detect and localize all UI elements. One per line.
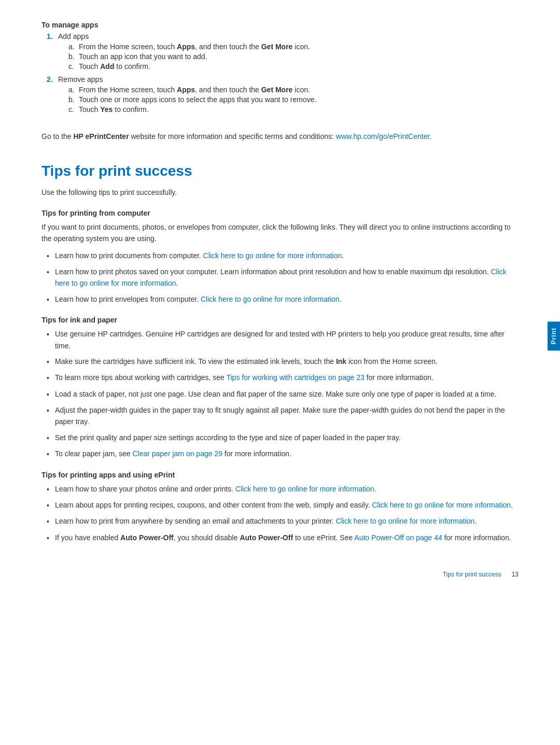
- bullet-eprint-2: • Learn about apps for printing recipes,…: [47, 499, 519, 511]
- bullet-ink-1-text: Use genuine HP cartridges. Genuine HP ca…: [55, 328, 519, 352]
- bullet-eprint-1-text: Learn how to share your photos online an…: [55, 483, 519, 495]
- bullet-dot: •: [47, 293, 51, 305]
- step-2c-text: Touch Yes to confirm.: [79, 105, 149, 114]
- bullet-ink-7: • To clear paper jam, see Clear paper ja…: [47, 448, 519, 460]
- tips-apps-eprint-section: Tips for printing apps and using ePrint …: [41, 471, 519, 544]
- bullet-dot: •: [47, 499, 51, 511]
- step-2a-text: From the Home screen, touch Apps, and th…: [79, 86, 310, 94]
- tips-ink-paper-bullets: • Use genuine HP cartridges. Genuine HP …: [41, 328, 519, 460]
- bullet-dot: •: [47, 432, 51, 444]
- tips-ink-paper-section: Tips for ink and paper • Use genuine HP …: [41, 316, 519, 460]
- bullet-computer-2: • Learn how to print photos saved on you…: [47, 266, 519, 289]
- bullet-eprint-3: • Learn how to print from anywhere by se…: [47, 515, 519, 527]
- footer-title: Tips for print success: [443, 571, 501, 578]
- eprint-link-2[interactable]: Click here to go online for more informa…: [372, 501, 511, 509]
- computer-link-3[interactable]: Click here to go online for more informa…: [201, 295, 340, 303]
- step-2b: b. Touch one or more apps icons to selec…: [68, 95, 519, 104]
- eprint-link-1[interactable]: Click here to go online for more informa…: [235, 485, 374, 493]
- computer-link-1[interactable]: Click here to go online for more informa…: [203, 251, 342, 260]
- bullet-dot: •: [47, 448, 51, 460]
- bullet-ink-3-text: To learn more tips about working with ca…: [55, 372, 519, 384]
- bullet-dot: •: [47, 328, 51, 352]
- bullet-ink-5: • Adjust the paper-width guides in the p…: [47, 404, 519, 428]
- step-2: 2. Remove apps a. From the Home screen, …: [47, 75, 519, 115]
- bullet-computer-1: • Learn how to print documents from comp…: [47, 250, 519, 262]
- page-container: To manage apps 1. Add apps a. From the H…: [0, 0, 560, 594]
- step-1-num: 1.: [47, 32, 55, 72]
- bullet-ink-4-text: Load a stack of paper, not just one page…: [55, 388, 519, 400]
- step-1: 1. Add apps a. From the Home screen, tou…: [47, 32, 519, 72]
- bullet-dot: •: [47, 515, 51, 527]
- ink-link-1[interactable]: Tips for working with cartridges on page…: [226, 373, 364, 382]
- step-2-num: 2.: [47, 75, 55, 115]
- step-1-content: Add apps a. From the Home screen, touch …: [58, 32, 519, 72]
- bullet-computer-3-text: Learn how to print envelopes from comput…: [55, 293, 519, 305]
- bullet-computer-2-text: Learn how to print photos saved on your …: [55, 266, 519, 289]
- manage-apps-title: To manage apps: [41, 21, 519, 29]
- step-1c: c. Touch Add to confirm.: [68, 62, 519, 71]
- hp-eprint-info: Go to the HP ePrintCenter website for mo…: [41, 131, 519, 142]
- tips-ink-paper-heading: Tips for ink and paper: [41, 316, 519, 324]
- numbered-list: 1. Add apps a. From the Home screen, tou…: [41, 32, 519, 115]
- step-1-label: Add apps: [58, 32, 89, 40]
- step-1c-text: Touch Add to confirm.: [79, 62, 150, 71]
- step-2b-text: Touch one or more apps icons to select t…: [79, 95, 316, 104]
- footer-page: 13: [512, 571, 519, 578]
- step-1a: a. From the Home screen, touch Apps, and…: [68, 43, 519, 51]
- tips-computer-intro: If you want to print documents, photos, …: [41, 221, 519, 245]
- bullet-dot: •: [47, 372, 51, 384]
- ink-link-2[interactable]: Clear paper jam on page 29: [132, 449, 222, 458]
- tips-heading: Tips for print success: [41, 163, 519, 179]
- eprint-link-4[interactable]: Auto Power-Off on page 44: [354, 533, 442, 542]
- bullet-dot: •: [47, 532, 51, 544]
- bullet-dot: •: [47, 404, 51, 428]
- bullet-ink-6: • Set the print quality and paper size s…: [47, 432, 519, 444]
- bullet-ink-6-text: Set the print quality and paper size set…: [55, 432, 519, 444]
- bullet-eprint-1: • Learn how to share your photos online …: [47, 483, 519, 495]
- sidebar-tab: Print: [548, 321, 560, 350]
- step-1b: b. Touch an app icon that you want to ad…: [68, 52, 519, 61]
- step-2-alpha-list: a. From the Home screen, touch Apps, and…: [58, 86, 519, 114]
- bullet-ink-5-text: Adjust the paper-width guides in the pap…: [55, 404, 519, 428]
- bullet-computer-3: • Learn how to print envelopes from comp…: [47, 293, 519, 305]
- bullet-ink-7-text: To clear paper jam, see Clear paper jam …: [55, 448, 519, 460]
- step-2c: c. Touch Yes to confirm.: [68, 105, 519, 114]
- bullet-ink-4: • Load a stack of paper, not just one pa…: [47, 388, 519, 400]
- step-1-alpha-list: a. From the Home screen, touch Apps, and…: [58, 43, 519, 71]
- tips-computer-section: Tips for printing from computer If you w…: [41, 209, 519, 305]
- manage-apps-section: To manage apps 1. Add apps a. From the H…: [41, 21, 519, 115]
- bullet-ink-2-text: Make sure the cartridges have sufficient…: [55, 356, 519, 368]
- hp-eprint-link[interactable]: www.hp.com/go/ePrintCenter: [336, 132, 430, 140]
- tips-apps-eprint-heading: Tips for printing apps and using ePrint: [41, 471, 519, 479]
- bullet-dot: •: [47, 388, 51, 400]
- step-1b-text: Touch an app icon that you want to add.: [79, 52, 207, 61]
- hp-eprint-bold: HP ePrintCenter: [73, 132, 129, 140]
- step-1a-label: a.: [68, 43, 76, 51]
- sidebar-label: Print: [550, 328, 557, 344]
- step-2-content: Remove apps a. From the Home screen, tou…: [58, 75, 519, 115]
- computer-link-2[interactable]: Click here to go online for more informa…: [55, 268, 507, 287]
- bullet-eprint-4: • If you have enabled Auto Power-Off, yo…: [47, 532, 519, 544]
- step-2a-label: a.: [68, 86, 76, 94]
- eprint-link-3[interactable]: Click here to go online for more informa…: [336, 517, 475, 525]
- bullet-eprint-4-text: If you have enabled Auto Power-Off, you …: [55, 532, 519, 544]
- bullet-dot: •: [47, 356, 51, 368]
- step-1a-text: From the Home screen, touch Apps, and th…: [79, 43, 310, 51]
- step-1c-label: c.: [68, 62, 76, 71]
- bullet-ink-3: • To learn more tips about working with …: [47, 372, 519, 384]
- step-2a: a. From the Home screen, touch Apps, and…: [68, 86, 519, 94]
- bullet-computer-1-text: Learn how to print documents from comput…: [55, 250, 519, 262]
- step-1b-label: b.: [68, 52, 76, 61]
- tips-intro: Use the following tips to print successf…: [41, 187, 519, 198]
- step-2c-label: c.: [68, 105, 76, 114]
- tips-apps-eprint-bullets: • Learn how to share your photos online …: [41, 483, 519, 544]
- bullet-dot: •: [47, 266, 51, 289]
- tips-computer-bullets: • Learn how to print documents from comp…: [41, 250, 519, 306]
- step-2-label: Remove apps: [58, 75, 103, 83]
- bullet-dot: •: [47, 250, 51, 262]
- step-2b-label: b.: [68, 95, 76, 104]
- bullet-eprint-3-text: Learn how to print from anywhere by send…: [55, 515, 519, 527]
- bullet-ink-1: • Use genuine HP cartridges. Genuine HP …: [47, 328, 519, 352]
- bullet-eprint-2-text: Learn about apps for printing recipes, c…: [55, 499, 519, 511]
- bullet-dot: •: [47, 483, 51, 495]
